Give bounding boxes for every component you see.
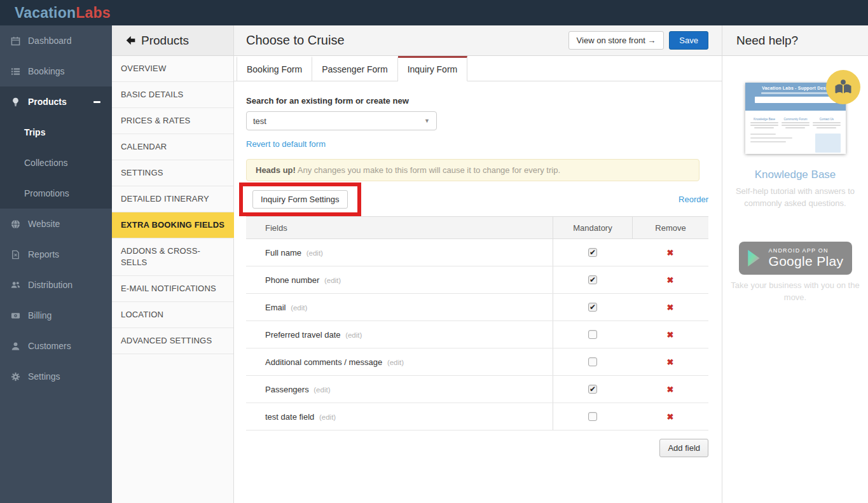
table-row: Preferred travel date (edit) ✖ xyxy=(246,321,708,348)
remove-button[interactable]: ✖ xyxy=(667,412,674,422)
remove-button[interactable]: ✖ xyxy=(667,248,674,258)
edit-link[interactable]: (edit) xyxy=(307,249,323,257)
knowledge-base-thumbnail[interactable]: Vacation Labs - Support Desk Knowledge B… xyxy=(745,76,846,154)
edit-link[interactable]: (edit) xyxy=(313,386,330,394)
edit-link[interactable]: (edit) xyxy=(291,304,307,312)
page-title: Choose to Cruise xyxy=(246,33,345,48)
mandatory-checkbox[interactable]: ✔ xyxy=(588,248,597,257)
remove-button[interactable]: ✖ xyxy=(667,303,674,312)
sidebar-item-billing[interactable]: Billing xyxy=(0,300,112,331)
product-nav-item-prices-rates[interactable]: PRICES & RATES xyxy=(112,108,233,134)
play-triangle-icon xyxy=(747,249,763,267)
remove-button[interactable]: ✖ xyxy=(667,357,674,367)
field-name: Email xyxy=(265,303,286,312)
product-nav-item-settings[interactable]: SETTINGS xyxy=(112,160,233,186)
sidebar-products-group: Products Trips Collections Promotions xyxy=(0,86,112,209)
product-nav-header[interactable]: Products xyxy=(112,25,233,56)
support-policy-box xyxy=(815,134,841,153)
sidebar-item-label: Settings xyxy=(28,371,60,382)
mandatory-checkbox[interactable] xyxy=(588,330,597,339)
sidebar-item-settings[interactable]: Settings xyxy=(0,361,112,392)
help-panel: Need help? Vacation Labs - Support Desk … xyxy=(722,25,868,503)
mandatory-checkbox[interactable]: ✔ xyxy=(588,275,597,284)
sidebar-item-label: Website xyxy=(28,219,60,229)
product-nav-item-location[interactable]: LOCATION xyxy=(112,302,233,328)
product-nav-item-detailed-itinerary[interactable]: DETAILED ITINERARY xyxy=(112,186,233,212)
product-nav-item-addons-cross-sells[interactable]: ADDONS & CROSS-SELLS xyxy=(112,238,233,276)
support-desk-columns: Knowledge Base Community Forum Contact U… xyxy=(745,111,846,128)
sidebar-item-reports[interactable]: Reports xyxy=(0,239,112,270)
logo-text-labs: Labs xyxy=(76,4,110,21)
sidebar-item-collections[interactable]: Collections xyxy=(0,148,112,178)
sidebar-item-customers[interactable]: Customers xyxy=(0,331,112,361)
sidebar-item-bookings[interactable]: Bookings xyxy=(0,56,112,86)
reorder-link[interactable]: Reorder xyxy=(679,195,708,204)
field-name: Full name xyxy=(265,248,301,258)
column-header-mandatory: Mandatory xyxy=(553,217,632,238)
red-annotation-box: Inquiry Form Settings xyxy=(239,183,361,216)
tab-inquiry-form[interactable]: Inquiry Form xyxy=(398,56,468,81)
product-nav-item-basic-details[interactable]: BASIC DETAILS xyxy=(112,82,233,108)
sidebar-item-label: Dashboard xyxy=(28,36,72,46)
edit-link[interactable]: (edit) xyxy=(345,331,362,339)
support-desk-body xyxy=(745,128,846,153)
back-arrow-icon xyxy=(125,35,136,46)
product-nav-item-email-notifications[interactable]: E-MAIL NOTIFICATIONS xyxy=(112,276,233,302)
sidebar-item-distribution[interactable]: Distribution xyxy=(0,270,112,300)
google-play-description: Take your business with you on the move. xyxy=(729,280,862,304)
add-field-button[interactable]: Add field xyxy=(659,439,708,457)
user-icon xyxy=(11,341,21,351)
heads-up-alert: Heads up! Any changes you make to this f… xyxy=(246,159,699,181)
mandatory-checkbox[interactable]: ✔ xyxy=(588,385,597,394)
remove-button[interactable]: ✖ xyxy=(667,385,674,394)
sidebar-item-website[interactable]: Website xyxy=(0,209,112,239)
form-select-value: test xyxy=(253,116,266,126)
add-field-row: Add field xyxy=(246,439,708,457)
product-nav-item-advanced-settings[interactable]: ADVANCED SETTINGS xyxy=(112,328,233,354)
field-name: Additional comments / message xyxy=(265,357,382,367)
knowledge-base-description: Self-help tutorial with answers to commo… xyxy=(730,186,861,210)
sidebar-item-label: Bookings xyxy=(28,66,65,76)
report-icon xyxy=(11,249,21,259)
revert-default-form-link[interactable]: Revert to default form xyxy=(246,139,326,149)
field-name: Passengers xyxy=(265,385,309,394)
google-play-badge[interactable]: ANDROID APP ON Google Play xyxy=(739,242,852,275)
tab-content: Search for an existing form or create ne… xyxy=(234,81,722,457)
help-header: Need help? xyxy=(722,25,868,56)
product-nav-item-extra-booking-fields[interactable]: EXTRA BOOKING FIELDS xyxy=(112,212,237,238)
product-nav-item-overview[interactable]: OVERVIEW xyxy=(112,56,233,82)
alert-text: Any changes you make to this form will c… xyxy=(296,165,560,175)
sidebar-item-dashboard[interactable]: Dashboard xyxy=(0,25,112,56)
collapse-minus-icon[interactable] xyxy=(93,101,100,103)
product-nav-item-calendar[interactable]: CALENDAR xyxy=(112,134,233,160)
mandatory-checkbox[interactable] xyxy=(588,412,597,421)
mandatory-checkbox[interactable]: ✔ xyxy=(588,303,597,312)
view-on-storefront-button[interactable]: View on store front → xyxy=(568,31,665,50)
sidebar-item-promotions[interactable]: Promotions xyxy=(0,178,112,209)
sidebar-item-trips[interactable]: Trips xyxy=(0,117,112,148)
support-desk-searchbar xyxy=(755,97,836,103)
sidebar-item-products[interactable]: Products xyxy=(0,86,112,117)
table-row: Full name (edit) ✔ ✖ xyxy=(246,239,708,266)
edit-link[interactable]: (edit) xyxy=(319,413,336,421)
vacationlabs-logo[interactable]: VacationLabs xyxy=(15,4,111,22)
save-button[interactable]: Save xyxy=(669,31,708,50)
form-select[interactable]: test ▼ xyxy=(246,111,437,130)
table-row: Email (edit) ✔ ✖ xyxy=(246,294,708,321)
remove-button[interactable]: ✖ xyxy=(667,275,674,285)
tab-passenger-form[interactable]: Passenger Form xyxy=(312,56,397,81)
mandatory-checkbox[interactable] xyxy=(588,357,597,366)
knowledge-base-link[interactable]: Knowledge Base xyxy=(722,169,868,181)
column-header-fields: Fields xyxy=(246,223,553,233)
inquiry-form-settings-button[interactable]: Inquiry Form Settings xyxy=(252,190,348,209)
list-icon xyxy=(11,66,21,76)
edit-link[interactable]: (edit) xyxy=(324,277,341,284)
form-tabs: Booking Form Passenger Form Inquiry Form xyxy=(234,56,722,81)
main-header: Choose to Cruise View on store front → S… xyxy=(234,25,722,56)
field-name: Phone number xyxy=(265,275,319,285)
fields-table: Fields Mandatory Remove Full name (edit)… xyxy=(246,216,708,431)
edit-link[interactable]: (edit) xyxy=(387,359,404,366)
tab-booking-form[interactable]: Booking Form xyxy=(237,56,312,81)
field-name: Preferred travel date xyxy=(265,330,341,340)
remove-button[interactable]: ✖ xyxy=(667,330,674,340)
